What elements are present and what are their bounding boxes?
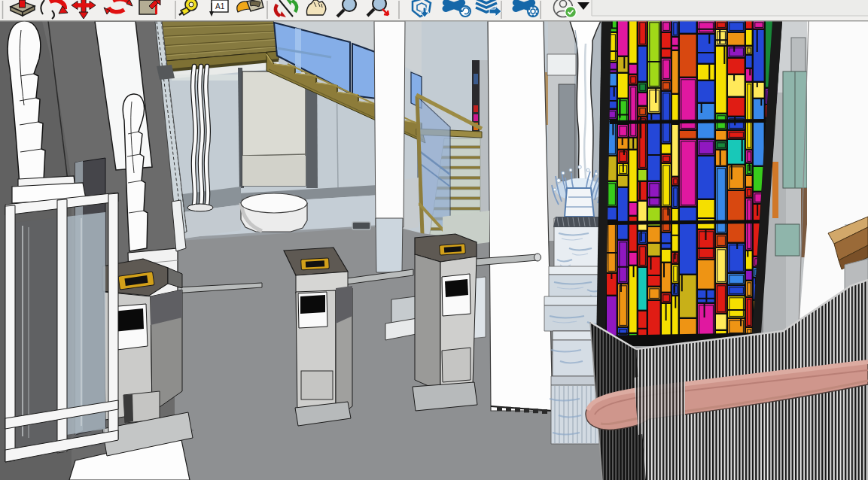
svg-text:A1: A1 [215, 2, 225, 11]
